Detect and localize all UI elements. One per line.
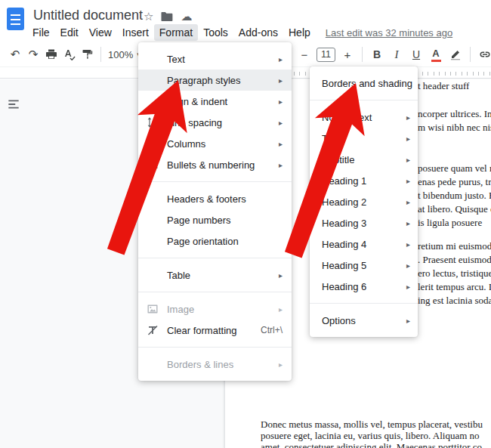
menu-item-label: Heading 2 <box>322 196 400 208</box>
columns-icon <box>147 137 159 150</box>
menu-addons[interactable]: Add-ons <box>233 24 283 41</box>
menu-item-label: Align & indent <box>167 96 273 107</box>
submenu-item-heading-4[interactable]: Heading 4 ▸ <box>310 233 418 255</box>
menu-divider <box>138 292 292 292</box>
move-folder-icon[interactable] <box>161 11 173 22</box>
doc-text-fragment: posuere quam vel n <box>418 162 491 175</box>
submenu-arrow-icon: ▸ <box>279 55 283 63</box>
menu-item-align-indent[interactable]: Align & indent ▸ <box>138 91 292 112</box>
menu-item-table[interactable]: Table ▸ <box>138 264 292 286</box>
decrease-font-size-button[interactable]: − <box>295 45 313 63</box>
bold-button[interactable]: B <box>368 45 386 63</box>
menu-item-paragraph-styles[interactable]: Paragraph styles ▸ <box>138 70 292 91</box>
menu-help[interactable]: Help <box>283 24 316 41</box>
menu-item-label: Page numbers <box>167 215 283 226</box>
star-icon[interactable]: ☆ <box>144 10 153 23</box>
submenu-arrow-icon: ▸ <box>406 177 410 185</box>
bulleted-list-icon <box>147 159 159 171</box>
menu-item-label: Columns <box>167 138 273 150</box>
submenu-arrow-icon: ▸ <box>279 119 283 127</box>
menu-item-label: Borders & lines <box>167 359 273 370</box>
submenu-arrow-icon: ▸ <box>406 317 410 325</box>
doc-text-line: amet, consectetuer adipiscing elit. Maec… <box>261 441 491 448</box>
menu-item-label: Heading 3 <box>322 218 400 229</box>
underline-button[interactable]: U <box>407 45 425 63</box>
docs-logo-icon[interactable] <box>7 8 24 30</box>
document-title[interactable]: Untitled document <box>33 8 143 23</box>
highlight-color-button[interactable] <box>446 45 465 63</box>
menu-item-image[interactable]: Image ▸ <box>138 298 292 320</box>
menu-item-label: Headers & footers <box>167 193 283 205</box>
menu-format[interactable]: Format <box>154 24 198 41</box>
menu-item-label: Paragraph styles <box>167 75 273 86</box>
doc-text-fragment: m wisi nibh nec nis <box>418 122 491 134</box>
menu-item-page-orientation[interactable]: Page orientation <box>138 230 292 252</box>
insert-link-button[interactable] <box>476 45 491 63</box>
menu-item-label: Borders and shading <box>322 78 412 89</box>
italic-button[interactable]: I <box>388 45 406 63</box>
undo-button[interactable]: ↶ <box>6 45 24 63</box>
menu-item-page-numbers[interactable]: Page numbers <box>138 209 292 230</box>
docs-logo-lines <box>11 14 20 25</box>
doc-text-fragment: lerit tempus arcu. I <box>418 281 491 293</box>
menu-divider <box>310 100 418 100</box>
menu-item-line-spacing[interactable]: Line spacing ▸ <box>138 112 292 133</box>
menu-divider <box>310 303 418 304</box>
menu-item-text[interactable]: Text ▸ <box>138 48 292 70</box>
submenu-item-heading-2[interactable]: Heading 2 ▸ <box>310 191 418 212</box>
toolbar-separator <box>100 47 101 62</box>
menu-item-columns[interactable]: Columns ▸ <box>138 133 292 154</box>
submenu-arrow-icon: ▸ <box>279 140 283 148</box>
clear-formatting-icon <box>147 324 159 336</box>
submenu-item-title[interactable]: Title ▸ <box>310 128 418 149</box>
submenu-arrow-icon: ▸ <box>406 219 410 227</box>
submenu-item-heading-5[interactable]: Heading 5 ▸ <box>310 255 418 276</box>
submenu-arrow-icon: ▸ <box>279 271 283 280</box>
last-edit-link[interactable]: Last edit was 32 minutes ago <box>326 27 452 39</box>
menu-item-bullets-numbering[interactable]: Bullets & numbering ▸ <box>138 154 292 175</box>
text-color-underline <box>431 60 441 62</box>
menu-item-label: Normal text <box>322 112 400 123</box>
menu-divider <box>138 347 292 348</box>
menu-insert[interactable]: Insert <box>117 24 154 41</box>
toolbar-right: − 11 + B I U A <box>295 45 491 64</box>
submenu-item-heading-1[interactable]: Heading 1 ▸ <box>310 170 418 191</box>
menu-item-clear-formatting[interactable]: Clear formatting Ctrl+\ <box>138 320 292 341</box>
menu-item-headers-footers[interactable]: Headers & footers <box>138 188 292 209</box>
menu-item-label: Text <box>167 54 273 65</box>
submenu-item-borders-and-shading[interactable]: Borders and shading <box>310 73 418 94</box>
doc-text-fragment: t bibendum justo. F <box>418 190 491 202</box>
menu-tools[interactable]: Tools <box>198 24 233 41</box>
cloud-status-icon[interactable]: ☁ <box>181 10 192 23</box>
menu-item-label: Bullets & numbering <box>167 159 273 171</box>
submenu-arrow-icon: ▸ <box>279 161 283 169</box>
text-color-button[interactable]: A <box>427 45 445 63</box>
submenu-item-heading-6[interactable]: Heading 6 ▸ <box>310 276 418 297</box>
submenu-arrow-icon: ▸ <box>279 305 283 314</box>
toolbar-separator <box>362 47 363 62</box>
submenu-item-options[interactable]: Options ▸ <box>310 310 418 331</box>
increase-font-size-button[interactable]: + <box>338 45 357 63</box>
font-size-input[interactable]: 11 <box>317 48 335 62</box>
menu-item-label: Line spacing <box>167 117 273 128</box>
submenu-item-heading-3[interactable]: Heading 3 ▸ <box>310 212 418 233</box>
submenu-item-normal-text[interactable]: Normal text ▸ <box>310 107 418 128</box>
menu-file[interactable]: File <box>27 24 55 41</box>
submenu-arrow-icon: ▸ <box>406 113 410 122</box>
menu-item-shortcut: Ctrl+\ <box>261 325 283 335</box>
menu-view[interactable]: View <box>84 24 117 41</box>
paint-format-button[interactable] <box>79 45 97 63</box>
toolbar-left: ↶ ↷ 100% ▾ <box>6 45 144 63</box>
spellcheck-button[interactable] <box>60 45 79 63</box>
zoom-value: 100% <box>108 49 133 60</box>
doc-text-fragment: enas pede purus, tris <box>418 176 491 188</box>
menu-item-borders-lines[interactable]: Borders & lines ▸ <box>138 354 292 375</box>
doc-text-fragment: t header stuff <box>418 80 469 92</box>
submenu-item-subtitle[interactable]: Subtitle ▸ <box>310 149 418 170</box>
menu-item-label: Options <box>322 315 400 326</box>
redo-button[interactable]: ↷ <box>24 45 42 63</box>
show-outline-icon[interactable] <box>6 97 21 112</box>
menu-edit[interactable]: Edit <box>55 24 84 41</box>
submenu-arrow-icon: ▸ <box>406 198 410 206</box>
print-button[interactable] <box>42 45 60 63</box>
